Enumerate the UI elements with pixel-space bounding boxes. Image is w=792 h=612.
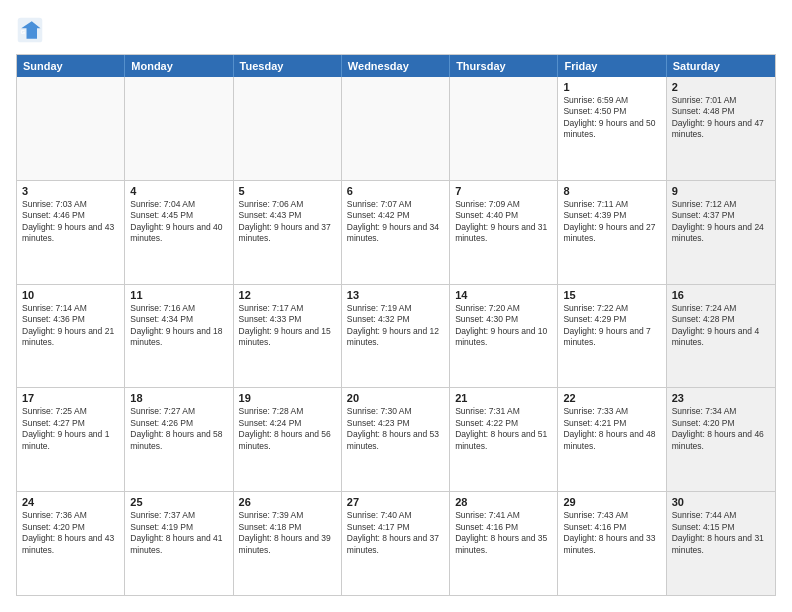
day-number: 13 <box>347 289 444 301</box>
calendar-row: 24Sunrise: 7:36 AM Sunset: 4:20 PM Dayli… <box>17 492 775 595</box>
day-number: 5 <box>239 185 336 197</box>
calendar-cell: 21Sunrise: 7:31 AM Sunset: 4:22 PM Dayli… <box>450 388 558 491</box>
day-info: Sunrise: 7:44 AM Sunset: 4:15 PM Dayligh… <box>672 510 770 556</box>
day-info: Sunrise: 7:43 AM Sunset: 4:16 PM Dayligh… <box>563 510 660 556</box>
calendar-cell: 24Sunrise: 7:36 AM Sunset: 4:20 PM Dayli… <box>17 492 125 595</box>
day-number: 6 <box>347 185 444 197</box>
day-info: Sunrise: 7:34 AM Sunset: 4:20 PM Dayligh… <box>672 406 770 452</box>
day-info: Sunrise: 7:30 AM Sunset: 4:23 PM Dayligh… <box>347 406 444 452</box>
day-number: 7 <box>455 185 552 197</box>
calendar-cell: 3Sunrise: 7:03 AM Sunset: 4:46 PM Daylig… <box>17 181 125 284</box>
day-number: 26 <box>239 496 336 508</box>
weekday-header: Sunday <box>17 55 125 77</box>
day-number: 15 <box>563 289 660 301</box>
header: G <box>16 16 776 44</box>
calendar-cell: 12Sunrise: 7:17 AM Sunset: 4:33 PM Dayli… <box>234 285 342 388</box>
day-number: 18 <box>130 392 227 404</box>
calendar-row: 10Sunrise: 7:14 AM Sunset: 4:36 PM Dayli… <box>17 285 775 389</box>
calendar-cell: 29Sunrise: 7:43 AM Sunset: 4:16 PM Dayli… <box>558 492 666 595</box>
calendar-cell <box>450 77 558 180</box>
calendar-header: SundayMondayTuesdayWednesdayThursdayFrid… <box>17 55 775 77</box>
day-info: Sunrise: 7:07 AM Sunset: 4:42 PM Dayligh… <box>347 199 444 245</box>
calendar-cell <box>17 77 125 180</box>
calendar-row: 3Sunrise: 7:03 AM Sunset: 4:46 PM Daylig… <box>17 181 775 285</box>
weekday-header: Tuesday <box>234 55 342 77</box>
calendar-cell: 10Sunrise: 7:14 AM Sunset: 4:36 PM Dayli… <box>17 285 125 388</box>
day-number: 11 <box>130 289 227 301</box>
calendar-cell: 18Sunrise: 7:27 AM Sunset: 4:26 PM Dayli… <box>125 388 233 491</box>
day-info: Sunrise: 7:31 AM Sunset: 4:22 PM Dayligh… <box>455 406 552 452</box>
day-info: Sunrise: 7:27 AM Sunset: 4:26 PM Dayligh… <box>130 406 227 452</box>
page: G SundayMondayTuesdayWednesdayThursdayFr… <box>0 0 792 612</box>
calendar-cell: 11Sunrise: 7:16 AM Sunset: 4:34 PM Dayli… <box>125 285 233 388</box>
day-number: 25 <box>130 496 227 508</box>
day-info: Sunrise: 7:12 AM Sunset: 4:37 PM Dayligh… <box>672 199 770 245</box>
day-info: Sunrise: 7:24 AM Sunset: 4:28 PM Dayligh… <box>672 303 770 349</box>
day-number: 30 <box>672 496 770 508</box>
weekday-header: Saturday <box>667 55 775 77</box>
day-info: Sunrise: 7:37 AM Sunset: 4:19 PM Dayligh… <box>130 510 227 556</box>
logo: G <box>16 16 48 44</box>
calendar-cell: 15Sunrise: 7:22 AM Sunset: 4:29 PM Dayli… <box>558 285 666 388</box>
day-number: 19 <box>239 392 336 404</box>
day-info: Sunrise: 7:14 AM Sunset: 4:36 PM Dayligh… <box>22 303 119 349</box>
day-number: 8 <box>563 185 660 197</box>
calendar-cell: 26Sunrise: 7:39 AM Sunset: 4:18 PM Dayli… <box>234 492 342 595</box>
day-number: 1 <box>563 81 660 93</box>
day-number: 23 <box>672 392 770 404</box>
day-info: Sunrise: 7:01 AM Sunset: 4:48 PM Dayligh… <box>672 95 770 141</box>
day-info: Sunrise: 7:03 AM Sunset: 4:46 PM Dayligh… <box>22 199 119 245</box>
day-number: 21 <box>455 392 552 404</box>
calendar-cell: 7Sunrise: 7:09 AM Sunset: 4:40 PM Daylig… <box>450 181 558 284</box>
weekday-header: Thursday <box>450 55 558 77</box>
day-info: Sunrise: 7:41 AM Sunset: 4:16 PM Dayligh… <box>455 510 552 556</box>
day-number: 20 <box>347 392 444 404</box>
calendar-row: 17Sunrise: 7:25 AM Sunset: 4:27 PM Dayli… <box>17 388 775 492</box>
day-number: 4 <box>130 185 227 197</box>
day-info: Sunrise: 7:28 AM Sunset: 4:24 PM Dayligh… <box>239 406 336 452</box>
calendar-cell: 30Sunrise: 7:44 AM Sunset: 4:15 PM Dayli… <box>667 492 775 595</box>
calendar-cell: 17Sunrise: 7:25 AM Sunset: 4:27 PM Dayli… <box>17 388 125 491</box>
calendar-cell: 8Sunrise: 7:11 AM Sunset: 4:39 PM Daylig… <box>558 181 666 284</box>
weekday-header: Monday <box>125 55 233 77</box>
day-number: 9 <box>672 185 770 197</box>
day-info: Sunrise: 7:06 AM Sunset: 4:43 PM Dayligh… <box>239 199 336 245</box>
day-info: Sunrise: 7:33 AM Sunset: 4:21 PM Dayligh… <box>563 406 660 452</box>
logo-icon: G <box>16 16 44 44</box>
calendar-cell: 16Sunrise: 7:24 AM Sunset: 4:28 PM Dayli… <box>667 285 775 388</box>
calendar-cell: 20Sunrise: 7:30 AM Sunset: 4:23 PM Dayli… <box>342 388 450 491</box>
day-info: Sunrise: 7:16 AM Sunset: 4:34 PM Dayligh… <box>130 303 227 349</box>
calendar-cell: 4Sunrise: 7:04 AM Sunset: 4:45 PM Daylig… <box>125 181 233 284</box>
day-number: 24 <box>22 496 119 508</box>
day-number: 27 <box>347 496 444 508</box>
day-number: 22 <box>563 392 660 404</box>
day-info: Sunrise: 7:40 AM Sunset: 4:17 PM Dayligh… <box>347 510 444 556</box>
calendar-cell: 5Sunrise: 7:06 AM Sunset: 4:43 PM Daylig… <box>234 181 342 284</box>
calendar-cell: 19Sunrise: 7:28 AM Sunset: 4:24 PM Dayli… <box>234 388 342 491</box>
day-number: 17 <box>22 392 119 404</box>
calendar-cell: 13Sunrise: 7:19 AM Sunset: 4:32 PM Dayli… <box>342 285 450 388</box>
day-number: 3 <box>22 185 119 197</box>
day-info: Sunrise: 6:59 AM Sunset: 4:50 PM Dayligh… <box>563 95 660 141</box>
day-info: Sunrise: 7:22 AM Sunset: 4:29 PM Dayligh… <box>563 303 660 349</box>
day-info: Sunrise: 7:09 AM Sunset: 4:40 PM Dayligh… <box>455 199 552 245</box>
calendar-cell <box>342 77 450 180</box>
calendar-cell <box>125 77 233 180</box>
day-number: 12 <box>239 289 336 301</box>
svg-text:G: G <box>20 28 25 35</box>
calendar-cell: 1Sunrise: 6:59 AM Sunset: 4:50 PM Daylig… <box>558 77 666 180</box>
calendar: SundayMondayTuesdayWednesdayThursdayFrid… <box>16 54 776 596</box>
day-info: Sunrise: 7:04 AM Sunset: 4:45 PM Dayligh… <box>130 199 227 245</box>
calendar-cell <box>234 77 342 180</box>
weekday-header: Friday <box>558 55 666 77</box>
calendar-cell: 25Sunrise: 7:37 AM Sunset: 4:19 PM Dayli… <box>125 492 233 595</box>
day-number: 14 <box>455 289 552 301</box>
day-info: Sunrise: 7:39 AM Sunset: 4:18 PM Dayligh… <box>239 510 336 556</box>
calendar-cell: 22Sunrise: 7:33 AM Sunset: 4:21 PM Dayli… <box>558 388 666 491</box>
calendar-cell: 28Sunrise: 7:41 AM Sunset: 4:16 PM Dayli… <box>450 492 558 595</box>
calendar-cell: 2Sunrise: 7:01 AM Sunset: 4:48 PM Daylig… <box>667 77 775 180</box>
day-number: 10 <box>22 289 119 301</box>
day-number: 28 <box>455 496 552 508</box>
day-info: Sunrise: 7:20 AM Sunset: 4:30 PM Dayligh… <box>455 303 552 349</box>
day-number: 2 <box>672 81 770 93</box>
